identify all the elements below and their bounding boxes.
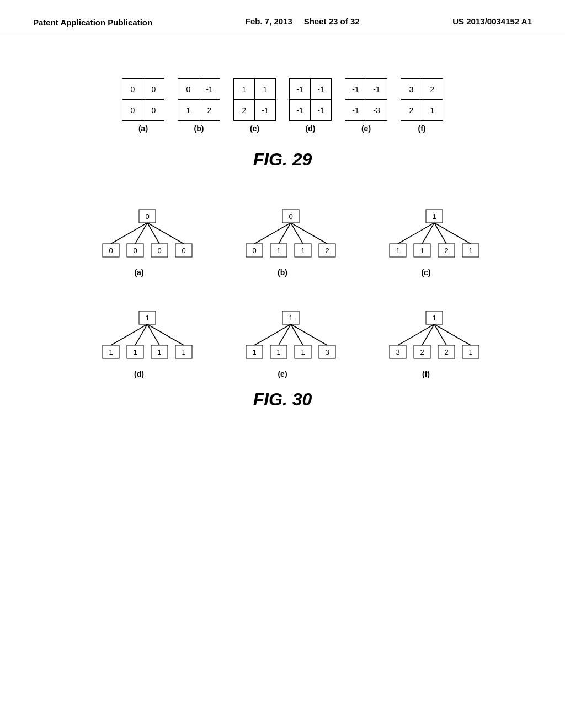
root-node-label: 1 [432, 314, 436, 322]
fig30-tree-group: 11121(c) [371, 203, 481, 277]
fig30-tree-group: 00112(b) [227, 203, 338, 277]
tree-edge [254, 223, 291, 244]
sheet-number: Sheet 23 of 32 [304, 17, 360, 26]
tree-svg: 00112 [227, 203, 338, 264]
grid-cell: 2 [422, 79, 443, 100]
grid-cell: -1 [345, 100, 366, 121]
child-node-label: 1 [157, 348, 161, 356]
tree-rows: 00000(a)00112(b)11121(c)11111(d)11113(e)… [84, 203, 481, 378]
group-label: (b) [194, 124, 204, 133]
child-node-label: 1 [182, 348, 185, 356]
group-label: (a) [138, 124, 148, 133]
fig30-tree-group: 11113(e) [227, 304, 338, 378]
child-node-label: 3 [396, 348, 399, 356]
table-row: -1-1 [290, 79, 332, 100]
child-node-label: 1 [133, 348, 137, 356]
fig29-grid: -1-1-1-3 [345, 78, 387, 121]
root-node-label: 1 [432, 212, 436, 221]
table-row: 12 [178, 100, 220, 121]
grid-cell: 0 [143, 100, 164, 121]
table-row: 32 [401, 79, 443, 100]
publication-date: Feb. 7, 2013 Sheet 23 of 32 [246, 17, 360, 26]
fig29-grid: 112-1 [233, 78, 276, 121]
table-row: 11 [234, 79, 276, 100]
child-node-label: 0 [157, 247, 161, 255]
grid-cell: 0 [122, 100, 143, 121]
patent-number: US 2013/0034152 A1 [452, 17, 532, 26]
grid-cell: -1 [345, 79, 366, 100]
tree-svg: 00000 [84, 203, 194, 264]
table-row: 00 [122, 79, 164, 100]
table-row: 0-1 [178, 79, 220, 100]
fig30-section: 00000(a)00112(b)11121(c)11111(d)11113(e)… [33, 203, 532, 410]
grid-cell: 2 [199, 100, 220, 121]
fig30-tree-group: 11111(d) [84, 304, 194, 378]
grid-cell: -1 [311, 79, 332, 100]
root-node-label: 0 [289, 212, 292, 221]
root-node-label: 1 [145, 314, 149, 322]
grid-cell: -1 [255, 100, 276, 121]
grid-cell: -1 [290, 100, 311, 121]
group-label: (c) [250, 124, 259, 133]
tree-group-label: (e) [278, 370, 287, 378]
tree-edge [254, 324, 291, 345]
fig29-grid: 0-112 [178, 78, 220, 121]
grid-cell: 2 [234, 100, 255, 121]
fig29-section: 0000(a)0-112(b)112-1(c)-1-1-1-1(d)-1-1-1… [33, 78, 532, 170]
root-node-label: 1 [289, 314, 292, 322]
child-node-label: 1 [109, 348, 113, 356]
tree-edge [434, 324, 471, 345]
child-node-label: 2 [325, 247, 329, 255]
grid-cell: 1 [234, 79, 255, 100]
child-node-label: 0 [109, 247, 113, 255]
table-row: 2-1 [234, 100, 276, 121]
child-node-label: 1 [252, 348, 256, 356]
fig30-row1: 00000(a)00112(b)11121(c) [84, 203, 481, 277]
main-content: 0000(a)0-112(b)112-1(c)-1-1-1-1(d)-1-1-1… [0, 34, 565, 421]
grid-cell: 3 [401, 79, 422, 100]
table-row: -1-3 [345, 100, 387, 121]
table-row: 00 [122, 100, 164, 121]
fig30-tree-group: 13221(f) [371, 304, 481, 378]
grid-cell: -1 [290, 79, 311, 100]
grid-cell: 0 [143, 79, 164, 100]
fig29-grid: 3221 [401, 78, 443, 121]
grid-cell: 1 [422, 100, 443, 121]
fig29-grid: 0000 [122, 78, 164, 121]
fig29-group: -1-1-1-3(e) [345, 78, 387, 133]
tree-edge [434, 223, 471, 244]
page-header: Patent Application Publication Feb. 7, 2… [0, 0, 565, 34]
child-node-label: 0 [252, 247, 256, 255]
child-node-label: 1 [468, 247, 472, 255]
fig29-title: FIG. 29 [253, 149, 312, 170]
child-node-label: 1 [276, 247, 280, 255]
child-node-label: 2 [420, 348, 424, 356]
grid-cell: -1 [366, 79, 387, 100]
fig30-tree-group: 00000(a) [84, 203, 194, 277]
grid-cell: -1 [199, 79, 220, 100]
grid-cell: 1 [255, 79, 276, 100]
tree-group-label: (d) [134, 370, 144, 378]
tree-edge [398, 324, 434, 345]
tree-group-label: (f) [422, 370, 430, 378]
fig30-row2: 11111(d)11113(e)13221(f) [84, 304, 481, 378]
grid-cell: -1 [311, 100, 332, 121]
tree-group-label: (c) [421, 268, 430, 277]
tree-svg: 13221 [371, 304, 481, 365]
group-label: (e) [361, 124, 371, 133]
tree-svg: 11121 [371, 203, 481, 264]
grid-cell: 2 [401, 100, 422, 121]
child-node-label: 2 [444, 348, 448, 356]
group-label: (f) [418, 124, 426, 133]
tree-edge [291, 324, 327, 345]
root-node-label: 0 [145, 212, 149, 221]
tree-svg: 11111 [84, 304, 194, 365]
tree-group-label: (a) [134, 268, 143, 277]
publication-title: Patent Application Publication [33, 17, 152, 28]
tree-edge [147, 223, 184, 244]
table-row: -1-1 [345, 79, 387, 100]
tree-svg: 11113 [227, 304, 338, 365]
fig29-group: -1-1-1-1(d) [289, 78, 332, 133]
child-node-label: 0 [182, 247, 185, 255]
group-label: (d) [306, 124, 316, 133]
